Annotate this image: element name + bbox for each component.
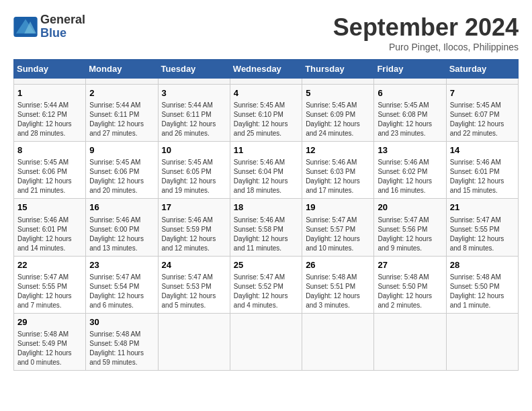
day-info: Sunrise: 5:46 AM Sunset: 6:04 PM Dayligh… (234, 158, 298, 195)
calendar-cell: 19Sunrise: 5:47 AM Sunset: 5:57 PM Dayli… (302, 199, 374, 256)
title-area: September 2024 Puro Pinget, Ilocos, Phil… (333, 13, 519, 52)
day-number: 15 (17, 201, 82, 214)
calendar-cell (302, 313, 374, 370)
day-info: Sunrise: 5:45 AM Sunset: 6:08 PM Dayligh… (378, 101, 442, 138)
calendar-cell (158, 313, 230, 370)
calendar-cell: 21Sunrise: 5:47 AM Sunset: 5:55 PM Dayli… (446, 199, 518, 256)
day-info: Sunrise: 5:45 AM Sunset: 6:06 PM Dayligh… (89, 158, 154, 195)
logo-general: General (40, 13, 85, 26)
calendar-cell: 4Sunrise: 5:45 AM Sunset: 6:10 PM Daylig… (230, 85, 302, 142)
calendar-week-2: 8Sunrise: 5:45 AM Sunset: 6:06 PM Daylig… (14, 142, 519, 199)
calendar-cell (374, 313, 446, 370)
calendar-cell (230, 313, 302, 370)
calendar-week-1: 1Sunrise: 5:44 AM Sunset: 6:12 PM Daylig… (14, 85, 519, 142)
calendar-cell: 16Sunrise: 5:46 AM Sunset: 6:00 PM Dayli… (86, 199, 158, 256)
day-info: Sunrise: 5:46 AM Sunset: 6:02 PM Dayligh… (378, 158, 442, 195)
day-info: Sunrise: 5:46 AM Sunset: 5:59 PM Dayligh… (162, 216, 226, 253)
calendar-cell (374, 79, 446, 85)
day-info: Sunrise: 5:47 AM Sunset: 5:57 PM Dayligh… (306, 216, 370, 253)
day-number: 28 (450, 259, 515, 271)
day-number: 9 (89, 144, 154, 156)
day-number: 1 (17, 87, 82, 99)
calendar-cell: 14Sunrise: 5:46 AM Sunset: 6:01 PM Dayli… (446, 142, 518, 199)
day-number: 17 (162, 201, 226, 214)
calendar-cell: 1Sunrise: 5:44 AM Sunset: 6:12 PM Daylig… (14, 85, 86, 142)
day-info: Sunrise: 5:45 AM Sunset: 6:10 PM Dayligh… (234, 101, 298, 138)
day-info: Sunrise: 5:48 AM Sunset: 5:50 PM Dayligh… (450, 273, 515, 310)
logo-icon (13, 17, 38, 37)
day-number: 8 (17, 144, 82, 156)
weekday-header-monday: Monday (86, 60, 158, 79)
location: Puro Pinget, Ilocos, Philippines (333, 42, 519, 52)
day-number: 21 (450, 201, 515, 214)
day-number: 14 (450, 144, 515, 156)
calendar-cell: 13Sunrise: 5:46 AM Sunset: 6:02 PM Dayli… (374, 142, 446, 199)
day-number: 22 (17, 259, 82, 271)
day-number: 11 (234, 144, 298, 156)
calendar-cell: 27Sunrise: 5:48 AM Sunset: 5:50 PM Dayli… (374, 256, 446, 313)
calendar-cell: 17Sunrise: 5:46 AM Sunset: 5:59 PM Dayli… (158, 199, 230, 256)
weekday-header-friday: Friday (374, 60, 446, 79)
calendar-cell: 3Sunrise: 5:44 AM Sunset: 6:11 PM Daylig… (158, 85, 230, 142)
calendar-cell: 8Sunrise: 5:45 AM Sunset: 6:06 PM Daylig… (14, 142, 86, 199)
day-info: Sunrise: 5:47 AM Sunset: 5:56 PM Dayligh… (378, 216, 442, 253)
calendar-cell: 15Sunrise: 5:46 AM Sunset: 6:01 PM Dayli… (14, 199, 86, 256)
calendar-cell: 5Sunrise: 5:45 AM Sunset: 6:09 PM Daylig… (302, 85, 374, 142)
calendar-table: SundayMondayTuesdayWednesdayThursdayFrid… (13, 59, 519, 371)
calendar-week-3: 15Sunrise: 5:46 AM Sunset: 6:01 PM Dayli… (14, 199, 519, 256)
calendar-cell: 10Sunrise: 5:45 AM Sunset: 6:05 PM Dayli… (158, 142, 230, 199)
day-number: 3 (162, 87, 226, 99)
day-info: Sunrise: 5:47 AM Sunset: 5:52 PM Dayligh… (234, 273, 298, 310)
calendar-cell (86, 79, 158, 85)
day-number: 20 (378, 201, 442, 214)
calendar-cell: 7Sunrise: 5:45 AM Sunset: 6:07 PM Daylig… (446, 85, 518, 142)
day-info: Sunrise: 5:47 AM Sunset: 5:55 PM Dayligh… (17, 273, 82, 310)
day-number: 29 (17, 316, 82, 328)
weekday-header-saturday: Saturday (446, 60, 518, 79)
day-info: Sunrise: 5:48 AM Sunset: 5:51 PM Dayligh… (306, 273, 370, 310)
logo: General Blue (13, 13, 85, 40)
calendar-cell: 30Sunrise: 5:48 AM Sunset: 5:48 PM Dayli… (86, 313, 158, 370)
month-title: September 2024 (333, 13, 519, 42)
calendar-cell: 23Sunrise: 5:47 AM Sunset: 5:54 PM Dayli… (86, 256, 158, 313)
calendar-cell (446, 79, 518, 85)
calendar-cell: 18Sunrise: 5:46 AM Sunset: 5:58 PM Dayli… (230, 199, 302, 256)
calendar-cell (302, 79, 374, 85)
day-number: 30 (89, 316, 154, 328)
weekday-header-wednesday: Wednesday (230, 60, 302, 79)
day-number: 6 (378, 87, 442, 99)
calendar-week-4: 22Sunrise: 5:47 AM Sunset: 5:55 PM Dayli… (14, 256, 519, 313)
day-info: Sunrise: 5:48 AM Sunset: 5:50 PM Dayligh… (378, 273, 442, 310)
calendar-cell: 26Sunrise: 5:48 AM Sunset: 5:51 PM Dayli… (302, 256, 374, 313)
day-info: Sunrise: 5:48 AM Sunset: 5:48 PM Dayligh… (89, 330, 154, 367)
calendar-cell: 9Sunrise: 5:45 AM Sunset: 6:06 PM Daylig… (86, 142, 158, 199)
day-info: Sunrise: 5:45 AM Sunset: 6:07 PM Dayligh… (450, 101, 515, 138)
day-number: 23 (89, 259, 154, 271)
day-number: 18 (234, 201, 298, 214)
calendar-cell (446, 313, 518, 370)
day-info: Sunrise: 5:48 AM Sunset: 5:49 PM Dayligh… (17, 330, 82, 367)
day-info: Sunrise: 5:44 AM Sunset: 6:11 PM Dayligh… (89, 101, 154, 138)
day-number: 10 (162, 144, 226, 156)
logo-blue: Blue (40, 26, 66, 40)
calendar-cell: 11Sunrise: 5:46 AM Sunset: 6:04 PM Dayli… (230, 142, 302, 199)
calendar-cell (14, 79, 86, 85)
calendar-cell: 12Sunrise: 5:46 AM Sunset: 6:03 PM Dayli… (302, 142, 374, 199)
day-number: 27 (378, 259, 442, 271)
day-info: Sunrise: 5:44 AM Sunset: 6:12 PM Dayligh… (17, 101, 82, 138)
day-info: Sunrise: 5:46 AM Sunset: 5:58 PM Dayligh… (234, 216, 298, 253)
day-number: 24 (162, 259, 226, 271)
calendar-week-0 (14, 79, 519, 85)
day-info: Sunrise: 5:46 AM Sunset: 6:03 PM Dayligh… (306, 158, 370, 195)
weekday-header-thursday: Thursday (302, 60, 374, 79)
day-info: Sunrise: 5:47 AM Sunset: 5:53 PM Dayligh… (162, 273, 226, 310)
day-number: 25 (234, 259, 298, 271)
calendar-cell: 25Sunrise: 5:47 AM Sunset: 5:52 PM Dayli… (230, 256, 302, 313)
calendar-cell: 22Sunrise: 5:47 AM Sunset: 5:55 PM Dayli… (14, 256, 86, 313)
day-info: Sunrise: 5:46 AM Sunset: 6:01 PM Dayligh… (450, 158, 515, 195)
header: General Blue September 2024 Puro Pinget,… (13, 13, 519, 52)
calendar-week-5: 29Sunrise: 5:48 AM Sunset: 5:49 PM Dayli… (14, 313, 519, 370)
day-number: 13 (378, 144, 442, 156)
day-number: 12 (306, 144, 370, 156)
calendar-cell (158, 79, 230, 85)
